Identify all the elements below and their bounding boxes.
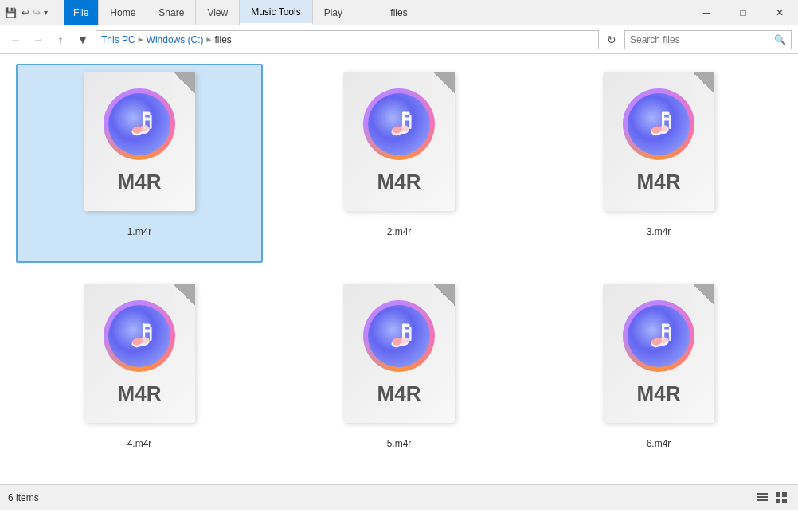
title-bar: 💾 ↩ ↪ ▾ File Home Share View Music Tools…	[0, 0, 798, 25]
tab-music-tools[interactable]: Music Tools	[240, 0, 312, 25]
svg-rect-42	[662, 330, 670, 333]
svg-rect-9	[402, 111, 410, 115]
svg-rect-36	[409, 327, 412, 341]
svg-rect-4	[150, 115, 152, 129]
music-note-icon	[381, 319, 417, 354]
redo-icon: ↪	[33, 7, 41, 18]
svg-rect-18	[662, 118, 670, 121]
itunes-circle	[623, 88, 694, 160]
svg-rect-1	[143, 111, 151, 115]
file-name-label: 1.m4r	[127, 226, 152, 237]
back-button[interactable]: ←	[6, 30, 25, 49]
file-name-label: 4.m4r	[127, 438, 152, 449]
list-item[interactable]: M4R 3.m4r	[535, 64, 782, 263]
recent-locations-button[interactable]: ▼	[73, 30, 92, 49]
m4r-type-label: M4R	[118, 381, 162, 406]
breadcrumb-sep-2: ►	[205, 35, 213, 44]
dropdown-icon[interactable]: ▾	[44, 8, 48, 17]
file-icon-wrapper: M4R	[76, 72, 203, 223]
tab-play[interactable]: Play	[313, 0, 354, 25]
itunes-circle	[363, 300, 435, 372]
svg-rect-48	[757, 493, 768, 495]
list-item[interactable]: M4R 5.m4r	[276, 276, 522, 475]
svg-rect-44	[669, 327, 671, 341]
file-icon-wrapper: M4R	[335, 72, 463, 223]
file-name-label: 5.m4r	[387, 438, 412, 449]
list-item[interactable]: M4R 4.m4r	[16, 276, 263, 475]
status-bar: 6 items	[0, 484, 798, 510]
itunes-circle	[623, 300, 694, 372]
search-box: 🔍	[624, 30, 792, 49]
svg-rect-49	[757, 496, 768, 498]
music-note-icon	[381, 107, 417, 142]
breadcrumb-item-windows[interactable]: Windows (C:)	[147, 34, 204, 45]
svg-rect-54	[782, 499, 787, 503]
m4r-type-label: M4R	[118, 170, 162, 194]
maximize-button[interactable]: □	[725, 0, 761, 25]
doc-shape: M4R	[343, 284, 455, 423]
window-controls: ─ □ ✕	[688, 0, 798, 25]
list-item[interactable]: M4R 1.m4r	[16, 64, 263, 263]
status-item-count: 6 items	[8, 492, 39, 503]
file-area: M4R 1.m4r	[0, 54, 798, 484]
m4r-type-label: M4R	[377, 170, 421, 194]
music-note-icon	[122, 319, 157, 354]
close-button[interactable]: ✕	[761, 0, 798, 25]
music-note-icon	[641, 107, 676, 142]
tab-share[interactable]: Share	[147, 0, 196, 25]
list-item[interactable]: M4R 2.m4r	[276, 64, 522, 263]
file-icon-wrapper: M4R	[76, 284, 203, 435]
itunes-circle	[104, 300, 175, 372]
svg-rect-25	[143, 323, 151, 327]
music-note-icon	[122, 107, 157, 142]
svg-rect-53	[776, 499, 780, 503]
file-name-label: 6.m4r	[647, 438, 671, 449]
breadcrumb-item[interactable]: This PC	[101, 34, 135, 45]
breadcrumb-sep-1: ►	[137, 35, 145, 44]
svg-rect-34	[402, 330, 410, 333]
file-icon-wrapper: M4R	[335, 284, 463, 435]
search-icon: 🔍	[774, 34, 786, 45]
breadcrumb: This PC ► Windows (C:) ► files	[96, 30, 599, 49]
svg-rect-20	[669, 115, 671, 129]
breadcrumb-current: files	[215, 34, 232, 45]
large-icons-view-icon	[776, 492, 787, 503]
svg-rect-28	[150, 327, 152, 341]
svg-rect-33	[402, 323, 410, 327]
m4r-type-label: M4R	[637, 170, 681, 194]
large-icons-view-button[interactable]	[773, 489, 790, 507]
file-name-label: 3.m4r	[647, 226, 671, 237]
file-icon-wrapper: M4R	[595, 284, 722, 435]
forward-button[interactable]: →	[29, 30, 48, 49]
window-title: files	[390, 7, 407, 18]
tab-home[interactable]: Home	[99, 0, 147, 25]
details-view-icon	[757, 492, 768, 503]
search-input[interactable]	[630, 34, 771, 45]
itunes-circle	[363, 88, 435, 160]
doc-shape: M4R	[343, 72, 455, 211]
doc-shape: M4R	[84, 284, 195, 423]
svg-rect-51	[776, 492, 780, 497]
svg-rect-10	[402, 118, 410, 121]
up-button[interactable]: ↑	[51, 30, 70, 49]
m4r-type-label: M4R	[377, 381, 421, 406]
ribbon-tabs: File Home Share View Music Tools Play	[64, 0, 354, 25]
refresh-button[interactable]: ↻	[602, 30, 621, 49]
svg-rect-12	[409, 115, 412, 129]
doc-shape: M4R	[603, 72, 714, 211]
itunes-inner	[108, 93, 170, 155]
quick-access-icon: 💾	[5, 7, 17, 18]
details-view-button[interactable]	[753, 489, 771, 507]
itunes-inner	[108, 305, 170, 367]
svg-rect-26	[143, 330, 151, 333]
minimize-button[interactable]: ─	[688, 0, 725, 25]
file-name-label: 2.m4r	[387, 226, 412, 237]
svg-rect-50	[757, 499, 768, 501]
tab-view[interactable]: View	[196, 0, 240, 25]
tab-file[interactable]: File	[64, 0, 99, 25]
itunes-inner	[628, 305, 690, 367]
itunes-inner	[368, 305, 430, 367]
title-bar-left: 💾 ↩ ↪ ▾	[0, 7, 48, 18]
svg-rect-52	[782, 492, 787, 497]
list-item[interactable]: M4R 6.m4r	[535, 276, 782, 475]
